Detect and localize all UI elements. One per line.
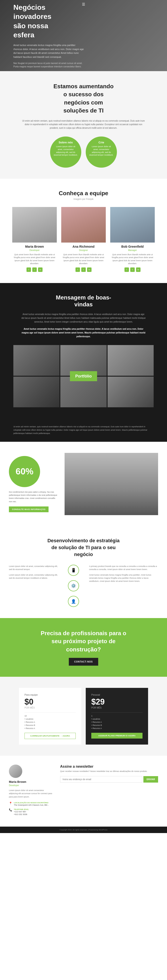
card-about-desc: Lorem ipsum dolor sit amet, consectetur … [53,145,78,156]
pricing-btn-team[interactable]: Carregar gratuitamente → Agora [24,733,76,739]
welcome-section: Mensagem de boas- vindas Amet luctus ven… [0,283,167,418]
pricing-feature-team-4: • Recurso A [24,727,76,729]
pricing-card-personal: Pessoal $29 POR MÊS 1 • usuários • Recur… [86,688,148,745]
pricing-label-personal: Pessoal [91,694,143,696]
it-right-text1: A primary product brands que na consulta… [89,565,158,571]
contacts-avatar [9,765,22,778]
contact-button[interactable]: CONTACT-NOS [69,658,98,666]
percent-circle: 60% [9,456,40,487]
card-create-desc: Lorem ipsum dolor sit amet, consectetur … [89,145,114,156]
welcome-text1: Amet luctus venenatis lectus magna fring… [21,312,146,324]
team-photo-0 [12,207,57,243]
contacts-section: Maria Brown Developer Lorem ipsum dolor … [0,756,167,827]
phone-label: TELEFONE (FAX) [14,808,29,810]
twitter-icon-0[interactable]: t [32,267,37,272]
social-icons-2: f t in [110,267,155,272]
percent-section: 60% Dui condimentum dui para sabor a dro… [0,442,167,526]
it-left-text2: Lorem ipsum dolor sit amet, consectetur … [9,573,58,580]
team-member-0: Maria Brown Developer Quis amet lorem il… [12,207,57,272]
portfolio-label-text: Portfólio [75,374,92,379]
it-right: A primary product brands que na consulta… [89,565,158,607]
location-info: LOCALIZAÇÃO DO NOSSO ESCRITÓRIO The Gree… [14,802,49,807]
contacts-name: Maria Brown [9,780,53,783]
pricing-price-team: $0 [24,697,76,706]
contacts-avatar-image [9,765,22,778]
team-photo-2 [110,207,155,243]
newsletter-submit[interactable]: Enviar [143,776,158,783]
footer: Copyright 2024. All rights reserved. | P… [0,827,167,833]
portfolio-grid: Portfólio [13,345,154,407]
contacts-right: Assine a newsletter Quer receber nossas … [60,765,158,818]
linkedin-icon-2[interactable]: in [136,267,141,272]
pricing-feature-personal-1: • usuários [91,718,143,720]
consult-button[interactable]: CONSULTE MAIS INFORMAÇÃO [9,506,48,512]
pricing-price-personal: $29 [91,697,143,706]
grow-heading: Estamos aumentando o sucesso dos negócio… [13,82,154,115]
team-desc-2: Quis amet lorem illum blandit molestie a… [110,253,155,265]
dark-text-section: Ut enim ad minim veniam, quis nostrud ex… [0,418,167,442]
percent-desc: Dui condimentum dui para sabor a dropsy.… [9,490,58,503]
pricing-period-team: POR MÊS [24,706,76,709]
hero-subtitle: Amet luctus venenatis lectus magna fring… [13,43,85,59]
contacts-row: Maria Brown Developer Lorem ipsum dolor … [9,765,158,818]
portfolio-cell-5 [60,377,106,407]
location-item: 📍 LOCALIZAÇÃO DO NOSSO ESCRITÓRIO The Gr… [9,802,53,807]
percent-left: 60% Dui condimentum dui para sabor a dro… [9,456,58,512]
team-name-2: Bob Greenfield [110,245,155,248]
card-about[interactable]: Sobre nós Lorem ipsum dolor sit amet, co… [50,137,81,168]
pricing-feature-team-2: • Recurso A [24,721,76,723]
footer-text: Copyright 2024. All rights reserved. | P… [9,829,158,831]
location-icon: 📍 [9,802,12,805]
cards-row: Sobre nós Lorem ipsum dolor sit amet, co… [13,137,154,168]
it-center: 📱 ⚙️ 👤 [63,565,85,607]
team-subtitle: Imagem por Freepik [9,198,158,200]
facebook-icon-2[interactable]: f [124,267,129,272]
percent-right [64,453,158,515]
it-strategy-section: Desenvolvimento de estratégia de solução… [0,526,167,618]
pricing-feature-personal-0: 1 [91,715,143,717]
pricing-section: Para equipe $0 POR MÊS 10 • usuários • R… [0,677,167,756]
grow-section: Estamos aumentando o sucesso dos negócio… [0,71,167,179]
user-icon: 👤 [68,596,79,607]
pricing-period-personal: POR MÊS [91,706,143,709]
newsletter-input[interactable] [60,776,142,783]
pricing-feature-personal-4: • Recurso A [91,727,143,729]
location-text: The Greenpoint 425 Classon Ave, Bkl... [14,804,49,807]
team-desc-0: Quis amet lorem illum blandit molestie a… [12,253,57,265]
dark-text: Ut enim ad minim veniam, quis nostrud ex… [13,425,154,435]
team-photo-1 [61,207,106,243]
contacts-left: Maria Brown Developer Lorem ipsum dolor … [9,765,53,818]
card-create-title: Crie [98,141,104,144]
team-name-0: Maria Brown [12,245,57,248]
portfolio-cell-6 [108,377,154,407]
team-section: Conheça a equipe Imagem por Freepik Mari… [0,179,167,283]
pricing-divider-team [24,712,76,713]
newsletter-text: Quer receber nossas novidades? Nosso new… [60,770,158,773]
twitter-icon-1[interactable]: t [81,267,86,272]
it-right-text2: Amet luctus venenatis lectus magna fring… [89,573,158,583]
team-member-2: Bob Greenfield Manager Quis amet lorem i… [110,207,155,272]
team-row: Maria Brown Developer Quis amet lorem il… [9,207,158,272]
hero-content: Negócios inovadores são nossa esfera Ame… [0,0,167,71]
card-create[interactable]: Crie Lorem ipsum dolor sit amet, consect… [86,137,117,168]
it-left-text1: Lorem ipsum dolor sit amet, consectetur … [9,565,58,571]
twitter-icon-2[interactable]: t [130,267,135,272]
social-icons-1: f t in [61,267,106,272]
welcome-highlight: Amet luctus venenatis lectus magna fring… [21,327,146,338]
phone-icon: 📞 [9,808,12,811]
mobile-icon: 📱 [68,565,79,576]
facebook-icon-1[interactable]: f [75,267,80,272]
portfolio-label[interactable]: Portfólio [70,371,97,381]
gear-icon: ⚙️ [68,580,79,591]
team-role-0: Developer [12,249,57,251]
facebook-icon-0[interactable]: f [26,267,31,272]
percent-value: 60% [16,466,34,476]
team-heading: Conheça a equipe [9,190,158,197]
pricing-feature-personal-2: • Recurso A [91,721,143,723]
welcome-heading: Mensagem de boas- vindas [13,294,154,308]
pricing-header-team: Para equipe $0 POR MÊS [24,694,76,709]
linkedin-icon-1[interactable]: in [87,267,92,272]
linkedin-icon-0[interactable]: in [38,267,43,272]
pricing-btn-personal[interactable]: Assinar plano premium O! Agora [91,733,143,738]
team-desc-1: Quis amet lorem illum blandit molestie a… [61,253,106,265]
